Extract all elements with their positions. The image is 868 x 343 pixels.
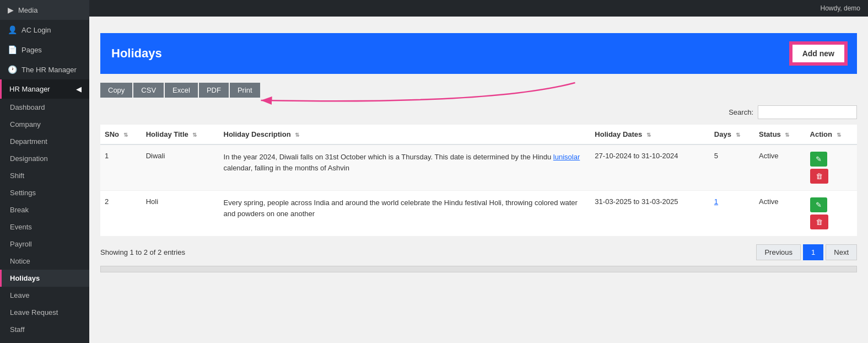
days-link[interactable]: 1 — [714, 197, 718, 206]
sidebar-item-events[interactable]: Events — [0, 218, 89, 235]
cell-holiday-description: In the year 2024, Diwali falls on 31st O… — [219, 144, 591, 191]
sidebar-item-settings[interactable]: Settings — [0, 184, 89, 201]
col-action: Action ⇅ — [806, 125, 857, 144]
sidebar-item-company[interactable]: Company — [0, 116, 89, 133]
toolbar: Copy CSV Excel PDF Print — [100, 83, 857, 98]
sidebar-item-media[interactable]: ▶ Media — [0, 0, 89, 20]
print-button[interactable]: Print — [230, 83, 260, 98]
sidebar-item-payroll[interactable]: Payroll — [0, 235, 89, 253]
cell-holiday-dates: 27-10-2024 to 31-10-2024 — [590, 144, 709, 191]
sidebar-item-label: Break — [10, 206, 29, 214]
cell-days: 5 — [710, 144, 754, 191]
sidebar-item-label: Company — [10, 120, 41, 128]
sort-icon[interactable]: ⇅ — [646, 132, 651, 138]
edit-button[interactable]: ✎ — [810, 152, 827, 167]
sidebar-item-label: Payroll — [10, 240, 32, 248]
col-holiday-title: Holiday Title ⇅ — [142, 125, 219, 144]
cell-holiday-title: Diwali — [142, 144, 219, 191]
delete-button[interactable]: 🗑 — [810, 169, 828, 184]
sidebar-item-label: Shift — [10, 172, 24, 180]
cell-action: ✎🗑 — [806, 191, 857, 237]
search-input[interactable] — [758, 105, 857, 119]
sidebar-item-dashboard[interactable]: Dashboard — [0, 99, 89, 116]
add-new-button[interactable]: Add new — [791, 43, 846, 64]
edit-button[interactable]: ✎ — [810, 197, 827, 212]
sidebar-item-label: Leave — [10, 291, 29, 299]
col-days: Days ⇅ — [710, 125, 754, 144]
sidebar-item-holidays[interactable]: Holidays — [0, 270, 89, 287]
sidebar-item-leave[interactable]: Leave — [0, 287, 89, 304]
sidebar-item-label: Leave Request — [10, 308, 58, 317]
sort-icon[interactable]: ⇅ — [123, 132, 128, 138]
media-icon: ▶ — [8, 6, 14, 14]
sort-icon[interactable]: ⇅ — [736, 132, 740, 138]
sidebar-item-department[interactable]: Department — [0, 133, 89, 150]
hr-manager-icon: 🕐 — [8, 65, 17, 74]
sidebar-item-designation[interactable]: Designation — [0, 150, 89, 167]
cell-action: ✎🗑 — [806, 144, 857, 191]
col-holiday-dates: Holiday Dates ⇅ — [590, 125, 709, 144]
user-greeting: Howdy, demo — [821, 4, 860, 12]
pagination: Previous 1 Next — [756, 244, 857, 260]
sidebar-item-label: Dashboard — [10, 103, 45, 111]
sidebar-item-label: Events — [10, 223, 32, 231]
sort-icon[interactable]: ⇅ — [192, 132, 197, 138]
sidebar-item-label: Settings — [10, 189, 36, 197]
cell-holiday-description: Every spring, people across India and ar… — [219, 191, 591, 237]
sidebar-item-label: Media — [18, 6, 37, 14]
sidebar-item-staff[interactable]: Staff — [0, 321, 89, 338]
excel-button[interactable]: Excel — [165, 83, 198, 98]
sort-icon[interactable]: ⇅ — [295, 132, 299, 138]
pdf-button[interactable]: PDF — [199, 83, 229, 98]
pagination-area: Showing 1 to 2 of 2 entries Previous 1 N… — [100, 244, 857, 260]
table-header-row: SNo ⇅ Holiday Title ⇅ Holiday Descriptio… — [100, 125, 857, 144]
page-title: Holidays — [111, 46, 162, 61]
cell-status: Active — [754, 144, 805, 191]
pages-icon: 📄 — [8, 45, 17, 54]
sort-icon[interactable]: ⇅ — [785, 132, 789, 138]
sidebar: ▶ Media 👤 AC Login 📄 Pages 🕐 The HR Mana… — [0, 0, 89, 343]
next-button[interactable]: Next — [826, 244, 857, 260]
sidebar-item-break[interactable]: Break — [0, 201, 89, 218]
sort-icon[interactable]: ⇅ — [837, 132, 841, 138]
sidebar-item-label: Pages — [21, 46, 42, 54]
previous-button[interactable]: Previous — [756, 244, 801, 260]
cell-holiday-dates: 31-03-2025 to 31-03-2025 — [590, 191, 709, 237]
sidebar-item-pages[interactable]: 📄 Pages — [0, 40, 89, 60]
topbar: Howdy, demo — [89, 0, 868, 17]
sidebar-item-label: The HR Manager — [21, 66, 77, 74]
page-1-button[interactable]: 1 — [803, 244, 823, 260]
sidebar-item-staff-report[interactable]: Staff Report — [0, 338, 89, 343]
sidebar-item-ac-login[interactable]: 👤 AC Login — [0, 20, 89, 40]
description-link[interactable]: lunisolar — [553, 153, 580, 161]
horizontal-scrollbar[interactable] — [100, 266, 857, 272]
search-label: Search: — [729, 108, 753, 116]
showing-text: Showing 1 to 2 of 2 entries — [100, 248, 185, 256]
col-holiday-description: Holiday Description ⇅ — [219, 125, 591, 144]
main-content: Holidays Add new Copy CSV Excel PDF Prin… — [89, 17, 868, 343]
sidebar-item-notice[interactable]: Notice — [0, 253, 89, 270]
copy-button[interactable]: Copy — [100, 83, 132, 98]
sidebar-item-label: Holidays — [10, 274, 40, 282]
delete-button[interactable]: 🗑 — [810, 215, 828, 229]
sidebar-item-label: AC Login — [21, 26, 51, 34]
cell-holiday-title: Holi — [142, 191, 219, 237]
sidebar-section-hr-manager[interactable]: HR Manager ◀ — [0, 79, 89, 99]
col-status: Status ⇅ — [754, 125, 805, 144]
ac-login-icon: 👤 — [8, 25, 17, 34]
sidebar-item-label: Notice — [10, 257, 30, 265]
cell-days: 1 — [710, 191, 754, 237]
sidebar-item-shift[interactable]: Shift — [0, 167, 89, 184]
sidebar-item-the-hr-manager[interactable]: 🕐 The HR Manager — [0, 60, 89, 79]
table-row: 2HoliEvery spring, people across India a… — [100, 191, 857, 237]
holidays-table: SNo ⇅ Holiday Title ⇅ Holiday Descriptio… — [100, 125, 857, 237]
cell-sno: 2 — [100, 191, 142, 237]
sidebar-item-leave-request[interactable]: Leave Request — [0, 304, 89, 321]
cell-status: Active — [754, 191, 805, 237]
csv-button[interactable]: CSV — [133, 83, 164, 98]
sidebar-item-label: Designation — [10, 154, 48, 163]
sidebar-item-label: Department — [10, 137, 47, 146]
sidebar-item-label: Staff — [10, 325, 25, 334]
chevron-left-icon: ◀ — [76, 85, 82, 93]
page-header: Holidays Add new — [100, 33, 857, 74]
